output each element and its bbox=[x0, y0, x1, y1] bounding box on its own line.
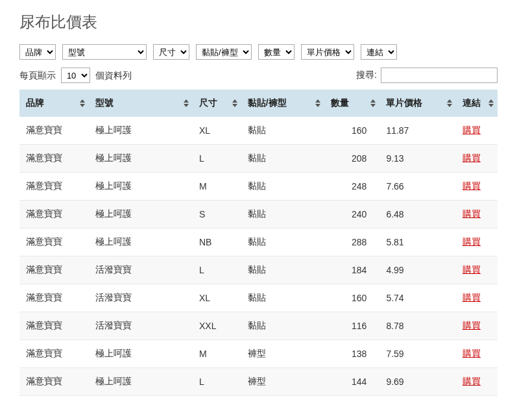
cell-link: 購買 bbox=[456, 117, 498, 145]
buy-link[interactable]: 購買 bbox=[463, 208, 481, 219]
cell-unitprice: 9.69 bbox=[379, 368, 455, 396]
col-header-size-label: 尺寸 bbox=[199, 97, 217, 108]
cell-link: 購買 bbox=[456, 312, 498, 340]
col-header-model[interactable]: 型號 bbox=[89, 90, 193, 117]
sort-icon bbox=[488, 99, 494, 108]
filter-link-select[interactable]: 連結 bbox=[361, 44, 397, 60]
cell-link: 購買 bbox=[456, 284, 498, 312]
buy-link[interactable]: 購買 bbox=[463, 180, 481, 191]
cell-model: 極上呵護 bbox=[89, 173, 193, 201]
cell-type: 褲型 bbox=[241, 340, 324, 368]
sort-icon bbox=[447, 99, 452, 108]
page-length-select[interactable]: 10 bbox=[61, 68, 90, 83]
cell-size: XL bbox=[193, 117, 241, 145]
cell-model: 活潑寶寶 bbox=[89, 284, 193, 312]
col-header-type[interactable]: 黏貼/褲型 bbox=[241, 90, 324, 117]
table-row: 滿意寶寶極上呵護M黏貼2487.66購買 bbox=[19, 173, 498, 201]
page-length-suffix: 個資料列 bbox=[95, 70, 132, 80]
cell-unitprice: 7.59 bbox=[379, 340, 455, 368]
cell-model: 極上呵護 bbox=[89, 340, 193, 368]
cell-type: 褲型 bbox=[241, 368, 324, 396]
col-header-brand[interactable]: 品牌 bbox=[19, 90, 89, 117]
table-row: 滿意寶寶活潑寶寶XL黏貼1605.74購買 bbox=[19, 284, 498, 312]
cell-quantity: 160 bbox=[324, 117, 379, 145]
col-header-model-label: 型號 bbox=[95, 97, 114, 108]
cell-type: 黏貼 bbox=[241, 173, 324, 201]
cell-type: 黏貼 bbox=[241, 284, 324, 312]
cell-size: L bbox=[193, 145, 241, 173]
buy-link[interactable]: 購買 bbox=[463, 153, 481, 163]
cell-unitprice: 8.78 bbox=[379, 312, 455, 340]
cell-type: 黏貼 bbox=[241, 117, 324, 145]
buy-link[interactable]: 購買 bbox=[463, 264, 481, 275]
cell-unitprice: 5.81 bbox=[379, 229, 455, 256]
cell-size: XXL bbox=[193, 312, 241, 340]
buy-link[interactable]: 購買 bbox=[463, 376, 481, 386]
cell-size: XL bbox=[193, 284, 241, 312]
col-header-type-label: 黏貼/褲型 bbox=[248, 97, 287, 108]
sort-icon bbox=[184, 99, 189, 108]
cell-type: 黏貼 bbox=[241, 145, 324, 173]
cell-quantity: 184 bbox=[324, 256, 379, 284]
col-header-size[interactable]: 尺寸 bbox=[193, 90, 241, 117]
filter-unitprice-select[interactable]: 單片價格 bbox=[301, 44, 354, 60]
sort-icon bbox=[232, 99, 237, 108]
buy-link[interactable]: 購買 bbox=[463, 348, 481, 358]
filter-size-select[interactable]: 尺寸 bbox=[153, 44, 189, 60]
search-input[interactable] bbox=[381, 68, 498, 83]
cell-unitprice: 11.87 bbox=[379, 117, 455, 145]
cell-link: 購買 bbox=[456, 368, 498, 396]
cell-type: 黏貼 bbox=[241, 201, 324, 229]
filter-brand-select[interactable]: 品牌 bbox=[19, 44, 56, 60]
cell-model: 極上呵護 bbox=[89, 201, 193, 229]
buy-link[interactable]: 購買 bbox=[463, 236, 481, 247]
cell-quantity: 248 bbox=[324, 173, 379, 201]
cell-link: 購買 bbox=[456, 256, 498, 284]
cell-model: 極上呵護 bbox=[89, 229, 193, 256]
price-table: 品牌 型號 尺寸 黏貼/褲型 bbox=[19, 90, 498, 396]
cell-brand: 滿意寶寶 bbox=[19, 312, 89, 340]
cell-link: 購買 bbox=[456, 201, 498, 229]
cell-unitprice: 6.48 bbox=[379, 201, 455, 229]
page-length-prefix: 每頁顯示 bbox=[19, 70, 56, 80]
col-header-unitprice[interactable]: 單片價格 bbox=[379, 90, 455, 117]
col-header-quantity-label: 數量 bbox=[331, 97, 349, 108]
page-length-control: 每頁顯示 10 個資料列 bbox=[19, 68, 132, 83]
buy-link[interactable]: 購買 bbox=[463, 125, 481, 135]
cell-brand: 滿意寶寶 bbox=[19, 256, 89, 284]
table-header-row: 品牌 型號 尺寸 黏貼/褲型 bbox=[19, 90, 498, 117]
col-header-unitprice-label: 單片價格 bbox=[386, 97, 422, 108]
cell-unitprice: 9.13 bbox=[379, 145, 455, 173]
page-title: 尿布比價表 bbox=[19, 12, 498, 32]
table-row: 滿意寶寶活潑寶寶L黏貼1844.99購買 bbox=[19, 256, 498, 284]
cell-type: 黏貼 bbox=[241, 256, 324, 284]
cell-size: M bbox=[193, 340, 241, 368]
cell-quantity: 288 bbox=[324, 229, 379, 256]
filter-quantity-select[interactable]: 數量 bbox=[258, 44, 295, 60]
cell-unitprice: 5.74 bbox=[379, 284, 455, 312]
cell-link: 購買 bbox=[456, 340, 498, 368]
filter-model-select[interactable]: 型號 bbox=[62, 44, 147, 60]
cell-size: M bbox=[193, 173, 241, 201]
col-header-brand-label: 品牌 bbox=[26, 97, 44, 108]
sort-icon bbox=[370, 99, 376, 108]
search-box: 搜尋: bbox=[356, 68, 498, 83]
col-header-quantity[interactable]: 數量 bbox=[324, 90, 379, 117]
cell-model: 極上呵護 bbox=[89, 117, 193, 145]
buy-link[interactable]: 購買 bbox=[463, 292, 481, 303]
cell-brand: 滿意寶寶 bbox=[19, 340, 89, 368]
cell-model: 極上呵護 bbox=[89, 145, 193, 173]
filter-type-select[interactable]: 黏貼/褲型 bbox=[196, 44, 252, 60]
buy-link[interactable]: 購買 bbox=[463, 320, 481, 330]
cell-type: 黏貼 bbox=[241, 229, 324, 256]
cell-quantity: 160 bbox=[324, 284, 379, 312]
table-row: 滿意寶寶極上呵護NB黏貼2885.81購買 bbox=[19, 229, 498, 256]
cell-brand: 滿意寶寶 bbox=[19, 284, 89, 312]
filter-bar: 品牌 型號 尺寸 黏貼/褲型 數量 單片價格 連結 bbox=[19, 44, 498, 60]
col-header-link[interactable]: 連結 bbox=[456, 90, 498, 117]
table-row: 滿意寶寶極上呵護M褲型1387.59購買 bbox=[19, 340, 498, 368]
sort-icon bbox=[315, 99, 320, 108]
cell-size: L bbox=[193, 256, 241, 284]
cell-link: 購買 bbox=[456, 173, 498, 201]
cell-unitprice: 4.99 bbox=[379, 256, 455, 284]
